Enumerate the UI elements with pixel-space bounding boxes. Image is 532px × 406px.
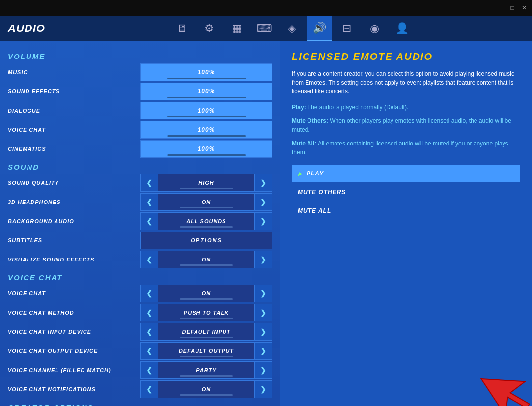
- voice-channel-next[interactable]: ❯: [254, 361, 272, 379]
- headphones-next[interactable]: ❯: [254, 193, 272, 211]
- background-audio-next[interactable]: ❯: [254, 212, 272, 230]
- dialogue-label: DIALOGUE: [8, 108, 140, 114]
- voice-chat-volume-label: VOICE CHAT: [8, 127, 140, 133]
- mute-all-label: Mute All:: [292, 140, 316, 147]
- voice-chat-label: VOICE CHAT: [8, 290, 140, 296]
- nav-audio[interactable]: 🔊: [307, 16, 332, 41]
- left-panel: VOLUME MUSIC 100% SOUND EFFECTS 100% DIA…: [0, 41, 280, 406]
- play-description: Play: The audio is played normally (Defa…: [292, 103, 520, 112]
- play-option-label: PLAY: [307, 170, 324, 177]
- voice-notifications-prev[interactable]: ❮: [140, 380, 158, 398]
- voice-output-value-box: DEFAULT OUTPUT: [158, 342, 254, 360]
- option-list: ▶ PLAY MUTE OTHERS MUTE ALL: [292, 165, 520, 220]
- music-slider[interactable]: 100%: [140, 63, 272, 81]
- voice-channel-row: VOICE CHANNEL (FILLED MATCH) ❮ PARTY ❯: [8, 361, 272, 379]
- mute-others-option[interactable]: MUTE OTHERS: [292, 183, 520, 201]
- subtitles-options-button[interactable]: OPTIONS: [140, 232, 272, 249]
- visualize-sound-prev[interactable]: ❮: [140, 251, 158, 268]
- voice-chat-method-label: VOICE CHAT METHOD: [8, 310, 140, 316]
- voice-output-value: DEFAULT OUTPUT: [179, 348, 234, 354]
- nav-settings[interactable]: ⚙: [196, 16, 222, 41]
- mute-others-label: Mute Others:: [292, 117, 328, 124]
- sound-quality-label: SOUND QUALITY: [8, 180, 140, 186]
- voice-chat-volume-row: VOICE CHAT 100%: [8, 121, 272, 139]
- mute-all-text: All emotes containing licensed audio wil…: [292, 140, 508, 156]
- voice-output-select: ❮ DEFAULT OUTPUT ❯: [140, 342, 272, 360]
- nav-controller[interactable]: ◈: [279, 16, 305, 41]
- headphones-prev[interactable]: ❮: [140, 193, 158, 211]
- svg-marker-0: [473, 367, 532, 406]
- sound-effects-slider[interactable]: 100%: [140, 83, 272, 100]
- maximize-button[interactable]: □: [508, 4, 516, 12]
- nav-gamepad[interactable]: ◉: [362, 16, 387, 41]
- cinematics-value: 100%: [198, 145, 215, 152]
- headphones-value-box: ON: [158, 193, 254, 211]
- mute-all-description: Mute All: All emotes containing licensed…: [292, 139, 520, 157]
- info-title: LICENSED EMOTE AUDIO: [292, 51, 520, 62]
- voice-notifications-next[interactable]: ❯: [254, 380, 272, 398]
- mute-all-option[interactable]: MUTE ALL: [292, 202, 520, 220]
- voice-chat-row: VOICE CHAT ❮ ON ❯: [8, 285, 272, 302]
- visualize-sound-value-box: ON: [158, 251, 254, 268]
- creator-options-header: CREATOR OPTIONS: [8, 403, 272, 406]
- nav-monitor[interactable]: 🖥: [169, 16, 195, 41]
- close-button[interactable]: ✕: [520, 4, 528, 12]
- info-description: If you are a content creator, you can se…: [292, 69, 520, 96]
- voice-input-prev[interactable]: ❮: [140, 323, 158, 341]
- background-audio-prev[interactable]: ❮: [140, 212, 158, 230]
- voice-input-next[interactable]: ❯: [254, 323, 272, 341]
- visualize-sound-next[interactable]: ❯: [254, 251, 272, 268]
- sound-quality-next[interactable]: ❯: [254, 174, 272, 192]
- nav-display[interactable]: ▦: [224, 16, 250, 41]
- mute-others-option-label: MUTE OTHERS: [298, 189, 346, 196]
- cinematics-slider[interactable]: 100%: [140, 140, 272, 158]
- cinematics-label: CINEMATICS: [8, 146, 140, 152]
- voice-channel-select: ❮ PARTY ❯: [140, 361, 272, 379]
- sound-quality-prev[interactable]: ❮: [140, 174, 158, 192]
- voice-chat-next[interactable]: ❯: [254, 285, 272, 302]
- visualize-sound-value: ON: [202, 257, 211, 262]
- voice-chat-method-value: PUSH TO TALK: [184, 310, 229, 316]
- voice-chat-method-prev[interactable]: ❮: [140, 304, 158, 321]
- play-label: Play:: [292, 104, 306, 111]
- minimize-button[interactable]: —: [497, 4, 504, 12]
- voice-input-row: VOICE CHAT INPUT DEVICE ❮ DEFAULT INPUT …: [8, 323, 272, 341]
- background-audio-label: BACKGROUND AUDIO: [8, 218, 140, 224]
- background-audio-row: BACKGROUND AUDIO ❮ ALL SOUNDS ❯: [8, 212, 272, 230]
- play-option[interactable]: ▶ PLAY: [292, 165, 520, 182]
- music-value: 100%: [198, 69, 215, 76]
- headphones-row: 3D HEADPHONES ❮ ON ❯: [8, 193, 272, 211]
- voice-chat-select: ❮ ON ❯: [140, 285, 272, 302]
- voice-chat-volume-slider[interactable]: 100%: [140, 121, 272, 139]
- voice-channel-value: PARTY: [196, 367, 216, 373]
- voice-channel-prev[interactable]: ❮: [140, 361, 158, 379]
- voice-channel-value-box: PARTY: [158, 361, 254, 379]
- background-audio-value-box: ALL SOUNDS: [158, 212, 254, 230]
- voice-input-value-box: DEFAULT INPUT: [158, 323, 254, 341]
- visualize-sound-label: VISUALIZE SOUND EFFECTS: [8, 257, 140, 262]
- voice-chat-method-row: VOICE CHAT METHOD ❮ PUSH TO TALK ❯: [8, 304, 272, 321]
- play-text: The audio is played normally (Default).: [308, 104, 408, 111]
- voice-chat-prev[interactable]: ❮: [140, 285, 158, 302]
- voice-output-prev[interactable]: ❮: [140, 342, 158, 360]
- music-row: MUSIC 100%: [8, 63, 272, 81]
- voice-output-next[interactable]: ❯: [254, 342, 272, 360]
- voice-notifications-value-box: ON: [158, 380, 254, 398]
- mute-all-option-label: MUTE ALL: [298, 207, 331, 214]
- sound-effects-label: SOUND EFFECTS: [8, 88, 140, 94]
- title-bar: — □ ✕: [0, 0, 532, 16]
- voice-chat-method-select: ❮ PUSH TO TALK ❯: [140, 304, 272, 321]
- subtitles-options-label: OPTIONS: [191, 237, 222, 243]
- visualize-sound-row: VISUALIZE SOUND EFFECTS ❮ ON ❯: [8, 251, 272, 268]
- nav-network[interactable]: ⊟: [334, 16, 360, 41]
- voice-chat-volume-value: 100%: [198, 126, 215, 133]
- voice-channel-label: VOICE CHANNEL (FILLED MATCH): [8, 367, 140, 373]
- subtitles-label: SUBTITLES: [8, 237, 140, 243]
- nav-account[interactable]: 👤: [389, 16, 415, 41]
- sound-effects-value: 100%: [198, 88, 215, 95]
- nav-keyboard[interactable]: ⌨: [252, 16, 277, 41]
- voice-chat-method-next[interactable]: ❯: [254, 304, 272, 321]
- volume-header: VOLUME: [8, 52, 272, 60]
- play-arrow-icon: ▶: [298, 171, 303, 176]
- dialogue-slider[interactable]: 100%: [140, 102, 272, 119]
